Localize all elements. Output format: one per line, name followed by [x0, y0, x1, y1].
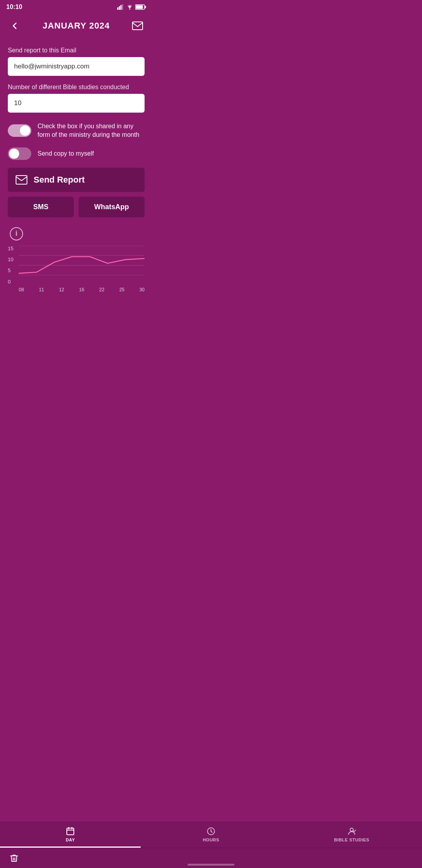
chart-x-labels: 08 11 12 16 22 25 30 — [19, 287, 145, 292]
page-title: JANUARY 2024 — [43, 21, 110, 31]
info-button[interactable]: i — [8, 225, 25, 242]
whatsapp-button[interactable]: WhatsApp — [79, 197, 145, 217]
svg-point-4 — [129, 9, 131, 10]
svg-rect-9 — [16, 176, 27, 184]
mail-button[interactable] — [129, 17, 146, 34]
svg-rect-2 — [120, 5, 122, 10]
status-bar: 10:10 — [0, 0, 152, 14]
info-icon: i — [10, 227, 23, 240]
svg-rect-1 — [119, 6, 120, 10]
send-report-label: Send Report — [34, 175, 85, 185]
ministry-toggle[interactable] — [8, 124, 31, 137]
battery-icon — [135, 4, 146, 10]
alt-buttons-row: SMS WhatsApp — [8, 197, 145, 217]
email-label: Send report to this Email — [8, 47, 145, 54]
x-label-16: 16 — [79, 287, 84, 292]
chart-svg — [19, 246, 145, 275]
email-input[interactable] — [8, 57, 145, 76]
send-report-mail-icon — [16, 175, 27, 185]
send-copy-toggle[interactable] — [8, 147, 31, 160]
bible-studies-section: Number of different Bible studies conduc… — [8, 84, 145, 122]
x-label-22: 22 — [99, 287, 104, 292]
svg-rect-0 — [117, 7, 118, 10]
chart-area: 15 10 5 0 08 11 12 16 22 25 30 — [8, 246, 145, 292]
signal-icon — [117, 4, 124, 10]
main-content: Send report to this Email Number of diff… — [0, 41, 152, 299]
y-label-10: 10 — [8, 256, 13, 262]
status-icons — [117, 4, 146, 10]
x-label-08: 08 — [19, 287, 24, 292]
x-label-25: 25 — [119, 287, 124, 292]
svg-rect-7 — [145, 6, 146, 8]
bible-studies-input[interactable] — [8, 94, 145, 113]
x-label-11: 11 — [39, 287, 44, 292]
y-label-5: 5 — [8, 267, 13, 273]
status-time: 10:10 — [6, 4, 22, 11]
svg-rect-8 — [132, 22, 143, 30]
mail-icon — [132, 22, 143, 30]
ministry-toggle-row: Check the box if you shared in any form … — [8, 122, 145, 140]
send-report-button[interactable]: Send Report — [8, 168, 145, 192]
email-section: Send report to this Email — [8, 47, 145, 84]
send-copy-toggle-row: Send copy to myself — [8, 147, 145, 160]
x-label-30: 30 — [139, 287, 145, 292]
ministry-toggle-label: Check the box if you shared in any form … — [38, 122, 145, 140]
header: JANUARY 2024 — [0, 14, 152, 41]
wifi-icon — [127, 4, 133, 10]
chart-y-labels: 15 10 5 0 — [8, 246, 13, 285]
sms-button[interactable]: SMS — [8, 197, 74, 217]
svg-rect-3 — [122, 4, 123, 10]
x-label-12: 12 — [59, 287, 64, 292]
svg-rect-6 — [136, 5, 143, 9]
y-label-0: 0 — [8, 279, 13, 285]
back-button[interactable] — [6, 17, 23, 34]
send-copy-label: Send copy to myself — [38, 149, 145, 158]
back-icon — [10, 21, 20, 30]
y-label-15: 15 — [8, 246, 13, 251]
bible-studies-label: Number of different Bible studies conduc… — [8, 84, 145, 91]
